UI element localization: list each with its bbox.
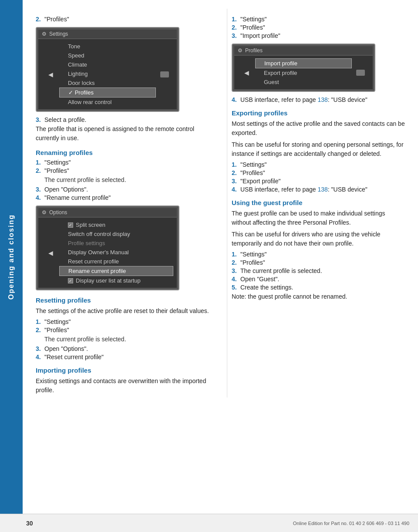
option-profile-settings: Profile settings [59,239,173,248]
settings-body: ◀ Tone Speed Climate Lighting Door locks… [38,39,177,109]
import-step-4-text: USB interface, refer to page 138: "USB d… [240,96,367,103]
option-userlist-text: Display user list at startup [76,277,141,284]
num-g5: 5. [232,284,239,291]
sidebar-tab: Opening and closing [0,0,23,514]
menu-climate: Climate [59,60,156,69]
num-g2: 2. [232,259,239,266]
guest-step-1: 1. "Settings" [232,251,405,258]
num-r2: 2. [36,167,43,174]
guest-body1: The guest profile can be used to make in… [232,209,405,227]
item-3-text: Select a profile. [44,116,87,123]
reset-item-1-text: "Settings" [44,318,71,325]
num-e4: 4. [232,186,239,193]
importing-heading: Importing profiles [36,367,209,374]
num-r3: 3. [36,186,43,193]
export-step-3-text: "Export profile" [240,178,280,185]
check-userlist: ✓ [68,278,73,283]
reset-item-3: 3. Open "Options". [36,345,209,352]
num-e1: 1. [232,161,239,168]
gear-icon: ⚙ [42,31,47,37]
rename-item-2-text: "Profiles" [44,167,69,174]
option-reset: Reset current profile [59,257,173,266]
check-split: ✓ [68,222,73,228]
num-g4: 4. [232,276,239,283]
num-rs2: 2. [36,327,43,333]
import-step-2: 2. "Profiles" [232,24,405,31]
footer: 30 Online Edition for Part no. 01 40 2 6… [0,514,418,532]
import-step-1-text: "Settings" [240,16,267,23]
rename-item-1-text: "Settings" [44,159,71,166]
num-e2: 2. [232,169,239,176]
gear-icon-3: ⚙ [238,47,243,54]
settings-titlebar: ⚙ Settings [38,30,177,38]
reset-item-1: 1. "Settings" [36,318,209,325]
export-step-1: 1. "Settings" [232,161,405,168]
right-column: 1. "Settings" 2. "Profiles" 3. "Import p… [227,9,405,397]
guest-note: Note: the guest profile cannot be rename… [232,292,405,301]
num-rs4: 4. [36,354,43,360]
profiles-content: Import profile Export profile Guest [255,58,352,87]
profile-import: Import profile [255,58,352,68]
exporting-body1: Most settings of the active profile and … [232,119,405,138]
rename-item-1: 1. "Settings" [36,159,209,166]
link-138-export[interactable]: 138 [317,186,327,193]
menu-tone: Tone [59,42,156,51]
options-screen: ⚙ Options ◀ ✓ Split screen Switch off co… [36,205,179,290]
num-i3: 3. [232,32,239,39]
num-i1: 1. [232,16,239,23]
num-g3: 3. [232,267,239,274]
menu-doorlocks: Door locks [59,78,156,88]
option-rename: Rename current profile [59,266,173,276]
profiles-title: Profiles [245,47,263,54]
guest-step-4: 4. Open "Guest". [232,276,405,283]
footer-text: Online Edition for Part no. 01 40 2 606 … [293,521,409,526]
export-step-1-text: "Settings" [240,161,267,168]
num-rs1: 1. [36,318,43,325]
importing-body: Existing settings and contacts are overw… [36,377,209,395]
options-row: ◀ ✓ Split screen Switch off control disp… [38,219,177,286]
profiles-body: ◀ Import profile Export profile Guest [234,56,373,89]
num-3: 3. [36,116,43,123]
profiles-icon [356,70,365,76]
rename-indent-1: The current profile is selected. [44,175,209,185]
options-body: ◀ ✓ Split screen Switch off control disp… [38,218,177,288]
reset-indent-1: The current profile is selected. [44,335,209,344]
num-r1: 1. [36,159,43,166]
guest-step-2: 2. "Profiles" [232,259,405,266]
num-rs3: 3. [36,345,43,352]
rename-item-4-text: "Rename current profile" [44,194,111,201]
right-icon-col [156,71,173,77]
reset-item-2-text: "Profiles" [44,327,69,333]
export-step-4-text: USB interface, refer to page 138: "USB d… [240,186,367,193]
menu-allowrear: Allow rear control [59,98,156,107]
rename-item-3: 3. Open "Options". [36,186,209,193]
num-r4: 4. [36,194,43,201]
import-step-3-text: "Import profile" [240,32,280,39]
menu-profiles-selected: Profiles [59,88,156,98]
option-userlist: ✓ Display user list at startup [59,276,173,285]
exporting-body2: This can be useful for storing and openi… [232,140,405,158]
profiles-row: ◀ Import profile Export profile Guest [234,57,373,88]
menu-speed: Speed [59,51,156,60]
reset-item-4-text: "Reset current profile" [44,354,104,360]
left-column: 2. "Profiles" ⚙ Settings ◀ Tone Speed Cl… [36,9,214,397]
guest-heading: Using the guest profile [232,199,405,206]
options-titlebar: ⚙ Options [38,208,177,217]
option-switchoff: Switch off control display [59,229,173,239]
settings-title: Settings [49,31,68,37]
main-content: 2. "Profiles" ⚙ Settings ◀ Tone Speed Cl… [23,0,418,406]
profiles-titlebar: ⚙ Profiles [234,46,373,55]
item-2-text: "Profiles" [44,16,69,23]
sidebar-label: Opening and closing [7,214,15,300]
num-i4: 4. [232,96,239,103]
gear-icon-2: ⚙ [42,209,47,215]
reset-item-2: 2. "Profiles" [36,327,209,333]
nav-arrow-left: ◀ [48,71,53,78]
guest-step-3-text: The current profile is selected. [240,267,322,274]
screen-icon [160,71,169,77]
option-split-text: Split screen [76,222,105,228]
import-step-1: 1. "Settings" [232,16,405,23]
reset-item-3-text: Open "Options". [44,345,88,352]
link-138-import[interactable]: 138 [317,96,327,103]
guest-step-5-text: Create the settings. [240,284,293,291]
